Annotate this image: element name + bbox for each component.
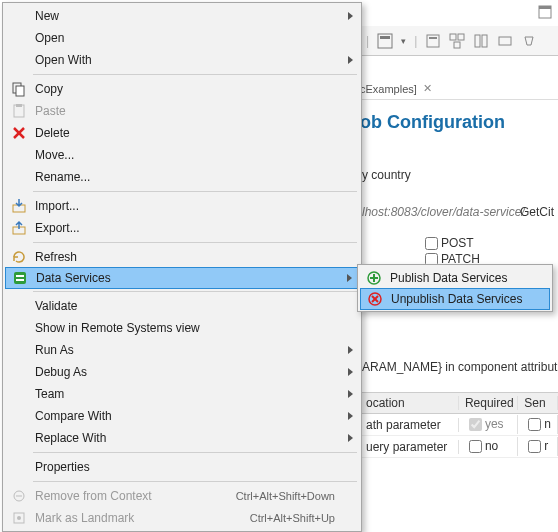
svg-rect-20 bbox=[14, 272, 26, 284]
svg-rect-6 bbox=[450, 34, 456, 40]
svg-rect-15 bbox=[16, 104, 22, 107]
close-icon[interactable]: ✕ bbox=[423, 82, 432, 95]
svg-rect-21 bbox=[16, 275, 24, 277]
submenu-item-label: Publish Data Services bbox=[384, 271, 546, 285]
menu-item-mark-as-landmark: Mark as LandmarkCtrl+Alt+Shift+Up bbox=[5, 507, 359, 529]
submenu-item-unpublish-data-services[interactable]: Unpublish Data Services bbox=[360, 288, 550, 310]
menu-item-replace-with[interactable]: Replace With bbox=[5, 427, 359, 449]
menu-item-import[interactable]: Import... bbox=[5, 195, 359, 217]
menu-item-data-services[interactable]: Data Services bbox=[5, 267, 359, 289]
menu-item-team[interactable]: Team bbox=[5, 383, 359, 405]
copy-icon bbox=[9, 81, 29, 97]
cell-sensitive[interactable]: r bbox=[518, 437, 558, 456]
export-icon bbox=[9, 220, 29, 236]
cell-required: yes bbox=[459, 415, 518, 434]
menu-item-run-as[interactable]: Run As bbox=[5, 339, 359, 361]
tab-label: cExamples] bbox=[360, 83, 417, 95]
menu-item-label: Mark as Landmark bbox=[29, 511, 250, 525]
menu-item-properties[interactable]: Properties bbox=[5, 456, 359, 478]
menu-item-label: Run As bbox=[29, 343, 355, 357]
toolbar-icon[interactable] bbox=[425, 33, 441, 49]
checkbox-label: POST bbox=[441, 236, 474, 250]
menu-item-show-in-remote-systems-view[interactable]: Show in Remote Systems view bbox=[5, 317, 359, 339]
svg-rect-8 bbox=[454, 42, 460, 48]
import-icon bbox=[9, 198, 29, 214]
menu-item-new[interactable]: New bbox=[5, 5, 359, 27]
submenu-arrow-icon bbox=[348, 346, 353, 354]
menu-item-delete[interactable]: Delete bbox=[5, 122, 359, 144]
menu-separator bbox=[33, 74, 357, 75]
menu-item-label: Validate bbox=[29, 299, 355, 313]
col-sensitive: Sen bbox=[518, 396, 558, 410]
menu-item-refresh[interactable]: Refresh bbox=[5, 246, 359, 268]
publish-icon bbox=[364, 270, 384, 286]
menu-item-copy[interactable]: Copy bbox=[5, 78, 359, 100]
cell-required[interactable]: no bbox=[459, 437, 518, 456]
menu-item-label: Team bbox=[29, 387, 355, 401]
menu-item-label: Properties bbox=[29, 460, 355, 474]
menu-item-label: Data Services bbox=[30, 271, 354, 285]
svg-rect-5 bbox=[429, 37, 437, 39]
grid-header-row: ocation Required Sen bbox=[360, 392, 558, 414]
checkbox-input[interactable] bbox=[425, 237, 438, 250]
menu-separator bbox=[33, 452, 357, 453]
menu-separator bbox=[33, 291, 357, 292]
menu-item-validate[interactable]: Validate bbox=[5, 295, 359, 317]
editor-tab[interactable]: cExamples] ✕ bbox=[360, 78, 558, 100]
menu-item-remove-from-context: Remove from ContextCtrl+Alt+Shift+Down bbox=[5, 485, 359, 507]
menu-item-label: Rename... bbox=[29, 170, 355, 184]
data-services-icon bbox=[10, 270, 30, 286]
menu-item-label: Delete bbox=[29, 126, 355, 140]
menu-item-label: Debug As bbox=[29, 365, 355, 379]
sensitive-checkbox[interactable] bbox=[528, 440, 541, 453]
menu-item-rename[interactable]: Rename... bbox=[5, 166, 359, 188]
dropdown-arrow-icon[interactable]: ▾ bbox=[401, 36, 406, 46]
toolbar-icon[interactable] bbox=[497, 33, 513, 49]
cell-sensitive[interactable]: n bbox=[518, 415, 558, 434]
menu-item-debug-as[interactable]: Debug As bbox=[5, 361, 359, 383]
data-services-submenu: Publish Data ServicesUnpublish Data Serv… bbox=[357, 264, 553, 312]
paste-icon bbox=[9, 103, 29, 119]
menu-item-accelerator: Ctrl+Alt+Shift+Up bbox=[250, 512, 355, 524]
menu-item-label: Paste bbox=[29, 104, 355, 118]
svg-rect-22 bbox=[16, 279, 24, 281]
separator: | bbox=[414, 34, 417, 48]
menu-item-label: Replace With bbox=[29, 431, 355, 445]
context-menu: NewOpenOpen WithCopyPasteDeleteMove...Re… bbox=[2, 2, 362, 532]
toolbar-icon[interactable] bbox=[521, 33, 537, 49]
menu-separator bbox=[33, 242, 357, 243]
menu-item-export[interactable]: Export... bbox=[5, 217, 359, 239]
svg-rect-11 bbox=[499, 37, 511, 45]
unpublish-icon bbox=[365, 291, 385, 307]
menu-item-accelerator: Ctrl+Alt+Shift+Down bbox=[236, 490, 355, 502]
field-label: y country bbox=[362, 168, 411, 182]
submenu-item-publish-data-services[interactable]: Publish Data Services bbox=[360, 267, 550, 289]
menu-item-open[interactable]: Open bbox=[5, 27, 359, 49]
sensitive-checkbox[interactable] bbox=[528, 418, 541, 431]
cell-location: ath parameter bbox=[360, 418, 459, 432]
menu-item-compare-with[interactable]: Compare With bbox=[5, 405, 359, 427]
svg-rect-3 bbox=[380, 36, 390, 39]
menu-item-open-with[interactable]: Open With bbox=[5, 49, 359, 71]
table-row[interactable]: ath parameteryesn bbox=[360, 414, 558, 436]
parameters-grid: ocation Required Sen ath parameteryesnue… bbox=[360, 392, 558, 458]
menu-item-label: Import... bbox=[29, 199, 355, 213]
toolbar-icon[interactable] bbox=[473, 33, 489, 49]
required-checkbox[interactable] bbox=[469, 440, 482, 453]
toolbar-icon[interactable] bbox=[449, 33, 465, 49]
submenu-arrow-icon bbox=[348, 434, 353, 442]
attribute-note: ARAM_NAME} in component attribut bbox=[362, 360, 557, 374]
checkbox-post[interactable]: POST bbox=[425, 236, 480, 250]
menu-item-move[interactable]: Move... bbox=[5, 144, 359, 166]
menu-item-label: Open bbox=[29, 31, 355, 45]
col-location: ocation bbox=[360, 396, 459, 410]
refresh-icon bbox=[9, 249, 29, 265]
toolbar-icon[interactable] bbox=[377, 33, 393, 49]
menu-item-label: Compare With bbox=[29, 409, 355, 423]
table-row[interactable]: uery parameternor bbox=[360, 436, 558, 458]
submenu-arrow-icon bbox=[348, 56, 353, 64]
url-host: lhost:8083/clover/data-service/ bbox=[362, 205, 525, 219]
required-checkbox bbox=[469, 418, 482, 431]
submenu-item-label: Unpublish Data Services bbox=[385, 292, 545, 306]
menu-item-label: Refresh bbox=[29, 250, 355, 264]
